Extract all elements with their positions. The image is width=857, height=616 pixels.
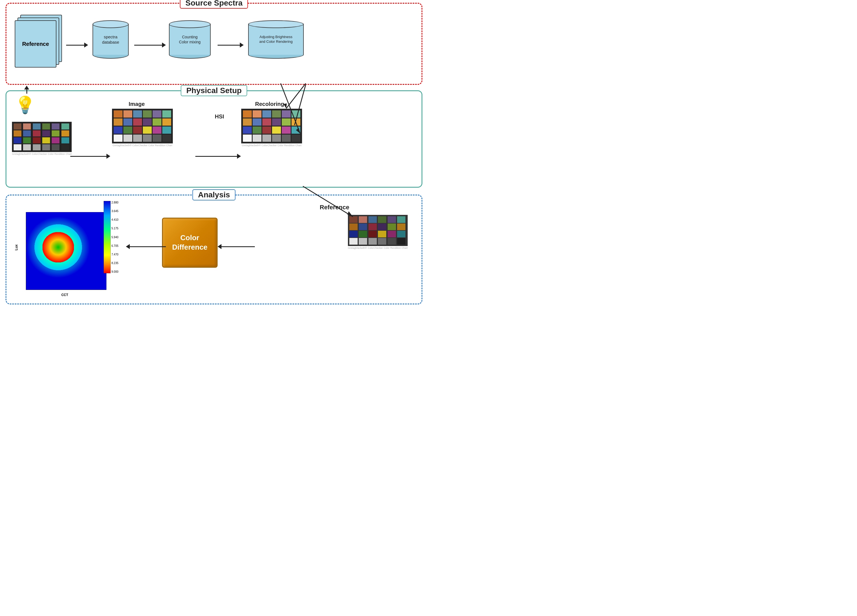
cc-cell-9: [272, 118, 281, 125]
cc-cell-16: [282, 127, 291, 134]
cb-val-5: 5.940: [111, 236, 118, 239]
arrow-head-ps2: [237, 154, 241, 159]
cc-cell-21: [42, 144, 50, 150]
cc-cell-10: [153, 118, 161, 125]
heatmap-canvas: [26, 212, 107, 290]
adjusting-label: Adjusting Brightness and Color Rendering: [259, 35, 292, 44]
cc-cell-17: [397, 231, 405, 237]
cc-cell-15: [143, 127, 152, 134]
lightbulb-icon: 💡: [15, 97, 36, 113]
ref-color-grid: [12, 122, 72, 152]
heatmap-container: Lux CCT: [12, 207, 118, 298]
cc-cell-12: [14, 137, 22, 144]
cc-cell-8: [262, 118, 271, 125]
cc-cell-18: [14, 144, 22, 150]
y-axis-label: Lux: [14, 245, 19, 250]
cc-cell-13: [359, 231, 367, 237]
cc-cell-8: [33, 130, 40, 136]
cc-cell-13: [252, 127, 261, 134]
cc-cell-5: [397, 216, 405, 223]
arrow-db-to-counting: [134, 43, 166, 48]
cc-cell-2: [368, 216, 377, 223]
cc-cell-19: [23, 144, 31, 150]
arrow-line-ps2: [195, 156, 237, 157]
cc-cell-16: [153, 127, 161, 134]
recoloring-section: Recoloring GretagMacbeth® ColorChecker C…: [241, 101, 302, 147]
cc-cell-17: [291, 127, 300, 134]
cc-cell-11: [291, 118, 300, 125]
reference-label: Reference: [22, 41, 49, 47]
cc-cell-7: [124, 118, 132, 125]
cc-cell-0: [114, 110, 122, 118]
cc-cell-5: [291, 110, 300, 118]
arrow-head-ps1: [107, 154, 110, 159]
cc-cell-22: [282, 135, 291, 142]
cc-cell-14: [262, 127, 271, 134]
cc-cell-23: [162, 135, 171, 142]
cc-cell-4: [52, 124, 59, 130]
cc-cell-7: [23, 130, 31, 136]
spectra-db-label: spectra database: [102, 34, 119, 45]
image-section: Image GretagMacbeth® ColorChecker Color …: [112, 101, 173, 147]
cc-cell-1: [23, 124, 31, 130]
analysis-reference-label: Reference: [320, 204, 349, 211]
cc-cell-0: [349, 216, 357, 223]
cc-cell-3: [42, 124, 50, 130]
cc-cell-6: [114, 118, 122, 125]
cb-val-9: 9.000: [111, 270, 118, 273]
arrow-line-ps1: [70, 156, 107, 157]
analysis-title: Analysis: [192, 189, 235, 200]
cc-cell-23: [397, 238, 405, 245]
adjusting-cylinder: Adjusting Brightness and Color Rendering: [248, 20, 304, 59]
cc-cell-18: [243, 135, 252, 142]
cc-cell-20: [33, 144, 40, 150]
db-mid-3: Adjusting Brightness and Color Rendering: [248, 24, 304, 55]
cc-cell-5: [162, 110, 171, 118]
image-checker-caption: GretagMacbeth® ColorChecker Color Rendit…: [112, 144, 173, 147]
cc-cell-11: [397, 223, 405, 230]
color-difference-box: Color Difference: [162, 218, 218, 268]
image-color-grid: [112, 109, 173, 144]
cc-cell-20: [262, 135, 271, 142]
cc-cell-13: [124, 127, 132, 134]
cb-val-7: 7.470: [111, 253, 118, 256]
cb-val-3: 4.410: [111, 218, 118, 221]
cc-cell-3: [272, 110, 281, 118]
arrow-image-to-recoloring: [195, 154, 241, 159]
cc-cell-17: [62, 137, 69, 144]
cc-cell-4: [153, 110, 161, 118]
db-mid-1: spectra database: [93, 24, 128, 55]
counting-cylinder: Counting Color mixing: [169, 20, 210, 59]
arrow-diff-to-heatmap: [126, 244, 166, 249]
cc-cell-4: [388, 216, 396, 223]
recoloring-color-grid: [241, 109, 302, 144]
cc-cell-15: [378, 231, 386, 237]
cc-cell-10: [52, 130, 59, 136]
cc-cell-19: [124, 135, 132, 142]
cc-cell-16: [388, 231, 396, 237]
cc-cell-6: [14, 130, 22, 136]
spectra-db-cylinder: spectra database: [93, 20, 128, 59]
physical-setup-title: Physical Setup: [181, 85, 247, 96]
cc-cell-11: [162, 118, 171, 125]
cc-cell-23: [62, 144, 69, 150]
cc-cell-15: [42, 137, 50, 144]
arrow-checker-to-image: [70, 154, 110, 159]
cb-val-4: 5.175: [111, 227, 118, 230]
cc-cell-9: [42, 130, 50, 136]
cc-cell-5: [62, 124, 69, 130]
physical-setup-box: Physical Setup 💡 GretagMacbeth® ColorChe…: [6, 90, 422, 188]
analysis-ref-grid: [348, 215, 408, 246]
cc-cell-1: [252, 110, 261, 118]
cc-cell-12: [114, 127, 122, 134]
cc-cell-20: [133, 135, 142, 142]
cc-cell-14: [133, 127, 142, 134]
cb-val-8: 8.235: [111, 262, 118, 265]
cc-cell-21: [143, 135, 152, 142]
cc-cell-11: [62, 130, 69, 136]
db-top-1: [93, 20, 128, 28]
cb-val-2: 3.645: [111, 210, 118, 213]
cc-cell-18: [349, 238, 357, 245]
recoloring-checker-caption: GretagMacbeth® ColorChecker Color Rendit…: [241, 144, 302, 147]
colorbar: 2.880 3.645 4.410 5.175 5.940 6.705 7.47…: [104, 201, 111, 273]
